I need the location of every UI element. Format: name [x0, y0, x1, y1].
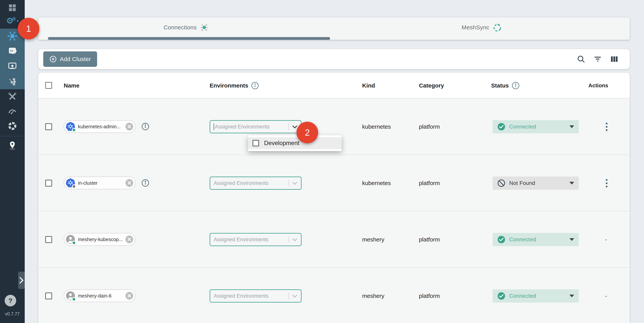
- status-info-icon[interactable]: [512, 82, 520, 90]
- select-divider: [288, 292, 289, 299]
- question-mark-glyph: ?: [8, 297, 12, 304]
- connection-name-chip[interactable]: meshery-dain-6: [64, 289, 136, 302]
- plus-circle-icon: [50, 56, 57, 63]
- connection-name: kubernetes-admin...: [75, 124, 126, 129]
- meshsync-spinner-icon: [492, 23, 502, 32]
- user-avatar-icon: [66, 234, 75, 244]
- remove-connection-icon[interactable]: [126, 179, 133, 187]
- row-checkbox[interactable]: [45, 123, 52, 130]
- chevron-down-icon[interactable]: [292, 236, 298, 243]
- active-tab-indicator: [48, 37, 330, 40]
- connection-name: in-cluster: [75, 180, 126, 186]
- connections-mesh-icon: [8, 31, 17, 41]
- donut-mesh-icon: [7, 121, 17, 131]
- environments-select[interactable]: Assigned Environments: [210, 177, 302, 190]
- option-label: Development: [264, 140, 300, 147]
- remove-connection-icon[interactable]: [126, 235, 133, 243]
- header-environments: Environments: [210, 73, 259, 99]
- user-avatar-icon: [66, 291, 75, 300]
- row-checkbox[interactable]: [45, 292, 52, 299]
- connection-name-chip[interactable]: in-cluster: [64, 177, 136, 189]
- connected-dot: [72, 128, 76, 132]
- environments-select[interactable]: Assigned Environments: [210, 233, 302, 246]
- connection-name: meshery-kubescop...: [75, 237, 126, 242]
- connections-table: Name Environments Kind Category Status: [38, 73, 630, 323]
- status-label: Connected: [509, 236, 566, 243]
- tab-meshsync[interactable]: MeshSync: [334, 17, 630, 38]
- help-button[interactable]: ?: [5, 295, 16, 306]
- status-select[interactable]: Connected: [493, 120, 579, 133]
- status-select[interactable]: Connected: [493, 233, 579, 246]
- search-icon[interactable]: [576, 55, 586, 64]
- header-actions: Actions: [588, 73, 608, 99]
- view-columns-icon[interactable]: [610, 55, 619, 64]
- chevron-right-icon: [19, 277, 24, 284]
- connection-name-chip[interactable]: kubernetes-admin...: [64, 120, 136, 133]
- callout-badge-2: 2: [296, 122, 318, 143]
- environments-placeholder: Assigned Environments: [214, 180, 288, 186]
- environments-placeholder: Assigned Environments: [215, 124, 288, 130]
- status-select[interactable]: Connected: [493, 289, 579, 302]
- gauge-icon: [8, 106, 17, 116]
- sidebar-item-user-screen[interactable]: [0, 59, 25, 74]
- row-actions-menu[interactable]: [604, 120, 610, 133]
- sidebar-item-adapters[interactable]: <>: [0, 44, 25, 59]
- meshery-connections-page: ⚙ ⚙ ▾: [0, 0, 644, 323]
- environments-select[interactable]: Assigned Environments: [210, 289, 302, 302]
- caret-down-icon: [570, 238, 574, 241]
- dashboard-grid-icon: [8, 4, 16, 12]
- environments-select[interactable]: Assigned Environments: [210, 120, 302, 133]
- chevron-down-icon[interactable]: [292, 293, 298, 299]
- select-divider: [288, 180, 289, 187]
- status-select[interactable]: Not Found: [493, 177, 579, 190]
- header-status: Status: [491, 73, 520, 99]
- sidebar-item-performance[interactable]: [0, 104, 25, 119]
- option-checkbox[interactable]: [252, 140, 259, 146]
- sidebar-item-location[interactable]: [0, 138, 25, 152]
- filter-icon[interactable]: [593, 55, 602, 64]
- check-circle-icon: [497, 292, 506, 300]
- crossed-tools-icon: [8, 92, 17, 101]
- sidebar-item-configuration[interactable]: [0, 89, 25, 104]
- caret-down-icon: [570, 294, 574, 297]
- location-pin-icon: [8, 140, 17, 150]
- status-label: Connected: [509, 124, 566, 130]
- connection-name-chip[interactable]: meshery-kubescop...: [64, 233, 136, 246]
- tab-connections[interactable]: Connections: [38, 17, 334, 38]
- sidebar-item-extensions[interactable]: [0, 119, 25, 133]
- connection-info-icon[interactable]: [141, 179, 150, 187]
- chevron-down-icon: ▾: [17, 19, 18, 23]
- chevron-down-icon[interactable]: [292, 180, 298, 186]
- row-checkbox[interactable]: [45, 236, 52, 243]
- svg-text:<>: <>: [10, 49, 13, 53]
- branch-nodes-icon: [8, 77, 17, 86]
- row-checkbox[interactable]: [45, 180, 52, 187]
- select-divider: [288, 123, 289, 130]
- block-icon: [497, 179, 506, 187]
- select-all-checkbox[interactable]: [45, 82, 52, 89]
- environments-info-icon[interactable]: [251, 82, 259, 90]
- remove-connection-icon[interactable]: [126, 123, 133, 130]
- code-window-wrench-icon: <>: [8, 47, 17, 56]
- sidebar-item-service-mesh[interactable]: [0, 74, 25, 89]
- sidebar-divider: [0, 136, 25, 136]
- actions-none: -: [605, 211, 607, 268]
- screen-user-icon: [8, 62, 17, 71]
- remove-connection-icon[interactable]: [126, 292, 133, 300]
- sidebar-expand-button[interactable]: [18, 272, 25, 289]
- environment-option-development[interactable]: Development: [248, 137, 342, 149]
- environments-dropdown-menu: Development: [248, 135, 342, 151]
- sidebar: ⚙ ⚙ ▾: [0, 0, 25, 323]
- row-actions-menu[interactable]: [604, 177, 610, 190]
- kind-cell: kubernetes: [362, 155, 391, 211]
- check-circle-icon: [497, 235, 506, 244]
- add-cluster-button[interactable]: Add Cluster: [43, 51, 97, 67]
- sidebar-lifecycle-submenu: <>: [0, 29, 25, 89]
- category-cell: platform: [419, 99, 440, 155]
- table-toolbar: Add Cluster: [38, 49, 630, 69]
- connection-info-icon[interactable]: [141, 123, 150, 131]
- connected-dot: [72, 241, 76, 245]
- sidebar-item-dashboard[interactable]: [0, 1, 25, 15]
- kind-cell: meshery: [362, 268, 384, 323]
- category-cell: platform: [419, 211, 440, 268]
